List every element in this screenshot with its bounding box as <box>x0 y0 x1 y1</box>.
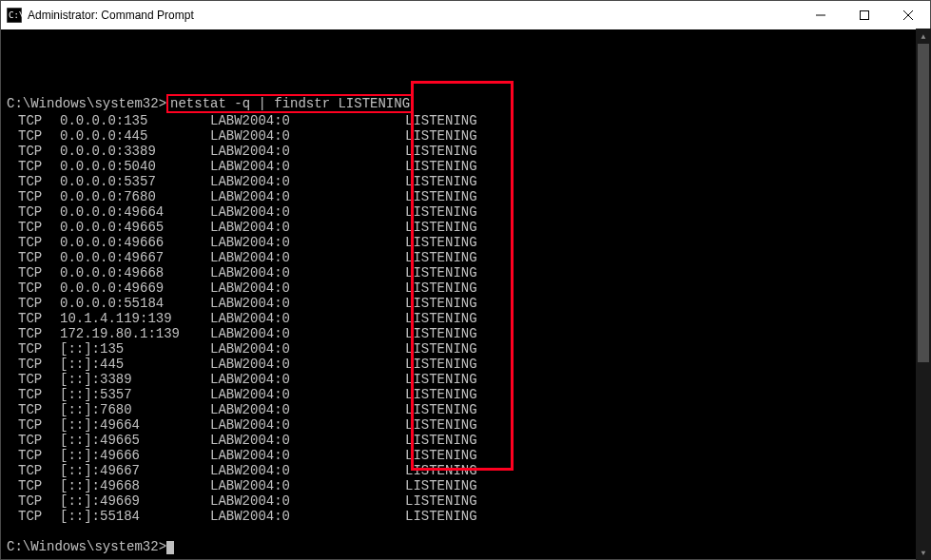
scrollbar-thumb[interactable] <box>918 44 929 362</box>
minimize-button[interactable] <box>799 1 843 29</box>
output-row: TCP0.0.0.0:445LABW2004:0LISTENING <box>7 128 924 144</box>
col-proto: TCP <box>7 493 60 509</box>
col-local: 0.0.0.0:49664 <box>60 204 210 220</box>
col-foreign: LABW2004:0 <box>210 189 405 204</box>
col-state: LISTENING <box>405 326 477 341</box>
output-row: TCP[::]:49666LABW2004:0LISTENING <box>7 448 924 463</box>
output-row: TCP0.0.0.0:135LABW2004:0LISTENING <box>7 113 924 128</box>
col-foreign: LABW2004:0 <box>210 326 405 341</box>
cmd-window: C:\ Administrator: Command Prompt C:\Win… <box>0 0 931 560</box>
output-row: TCP0.0.0.0:49668LABW2004:0LISTENING <box>7 265 924 280</box>
output-row: TCP[::]:5357LABW2004:0LISTENING <box>7 387 924 402</box>
col-state: LISTENING <box>405 159 477 174</box>
output-row: TCP0.0.0.0:3389LABW2004:0LISTENING <box>7 144 924 159</box>
col-proto: TCP <box>7 220 60 235</box>
col-proto: TCP <box>7 250 60 265</box>
col-foreign: LABW2004:0 <box>210 478 405 493</box>
col-proto: TCP <box>7 372 60 387</box>
col-state: LISTENING <box>405 250 477 265</box>
col-state: LISTENING <box>405 220 477 235</box>
col-proto: TCP <box>7 387 60 402</box>
col-local: [::]:49667 <box>60 463 210 478</box>
svg-rect-3 <box>861 11 869 20</box>
window-controls <box>799 1 930 29</box>
col-local: [::]:49666 <box>60 448 210 463</box>
col-state: LISTENING <box>405 357 477 372</box>
col-local: [::]:49664 <box>60 417 210 433</box>
col-local: [::]:49665 <box>60 433 210 448</box>
maximize-button[interactable] <box>843 1 886 29</box>
col-foreign: LABW2004:0 <box>210 113 405 128</box>
col-state: LISTENING <box>405 128 477 144</box>
col-foreign: LABW2004:0 <box>210 204 405 220</box>
col-state: LISTENING <box>405 402 477 417</box>
col-local: 0.0.0.0:7680 <box>60 189 210 204</box>
col-local: [::]:3389 <box>60 372 210 387</box>
col-proto: TCP <box>7 144 60 159</box>
col-foreign: LABW2004:0 <box>210 296 405 311</box>
output-row: TCP10.1.4.119:139LABW2004:0LISTENING <box>7 311 924 326</box>
output-row: TCP0.0.0.0:49669LABW2004:0LISTENING <box>7 280 924 296</box>
col-state: LISTENING <box>405 417 477 433</box>
col-proto: TCP <box>7 341 60 357</box>
col-foreign: LABW2004:0 <box>210 357 405 372</box>
col-proto: TCP <box>7 478 60 493</box>
scroll-down-icon[interactable]: ▼ <box>916 545 931 560</box>
col-state: LISTENING <box>405 341 477 357</box>
col-local: [::]:49669 <box>60 493 210 509</box>
col-local: 0.0.0.0:49665 <box>60 220 210 235</box>
col-foreign: LABW2004:0 <box>210 128 405 144</box>
col-foreign: LABW2004:0 <box>210 402 405 417</box>
col-state: LISTENING <box>405 296 477 311</box>
col-proto: TCP <box>7 265 60 280</box>
prompt-line-2: C:\Windows\system32> <box>7 539 924 554</box>
scroll-up-icon[interactable]: ▲ <box>916 29 931 44</box>
output-row: TCP[::]:49668LABW2004:0LISTENING <box>7 478 924 493</box>
output-row: TCP[::]:445LABW2004:0LISTENING <box>7 357 924 372</box>
col-proto: TCP <box>7 402 60 417</box>
output-row: TCP[::]:49665LABW2004:0LISTENING <box>7 433 924 448</box>
col-proto: TCP <box>7 296 60 311</box>
col-foreign: LABW2004:0 <box>210 463 405 478</box>
col-foreign: LABW2004:0 <box>210 250 405 265</box>
output-row: TCP0.0.0.0:49665LABW2004:0LISTENING <box>7 220 924 235</box>
col-proto: TCP <box>7 448 60 463</box>
command-highlight: netstat -q | findstr LISTENING <box>166 94 414 113</box>
col-proto: TCP <box>7 204 60 220</box>
output-rows: TCP0.0.0.0:135LABW2004:0LISTENINGTCP0.0.… <box>7 113 924 524</box>
col-foreign: LABW2004:0 <box>210 220 405 235</box>
output-row: TCP[::]:3389LABW2004:0LISTENING <box>7 372 924 387</box>
output-row: TCP0.0.0.0:5040LABW2004:0LISTENING <box>7 159 924 174</box>
col-local: 10.1.4.119:139 <box>60 311 210 326</box>
col-local: 0.0.0.0:49668 <box>60 265 210 280</box>
col-state: LISTENING <box>405 478 477 493</box>
col-state: LISTENING <box>405 189 477 204</box>
output-row: TCP0.0.0.0:49667LABW2004:0LISTENING <box>7 250 924 265</box>
terminal-area[interactable]: C:\Windows\system32>netstat -q | findstr… <box>1 29 930 559</box>
col-foreign: LABW2004:0 <box>210 493 405 509</box>
col-local: 0.0.0.0:5357 <box>60 174 210 189</box>
scrollbar[interactable]: ▲ ▼ <box>916 29 931 560</box>
col-state: LISTENING <box>405 509 477 524</box>
col-local: [::]:55184 <box>60 509 210 524</box>
col-local: 0.0.0.0:135 <box>60 113 210 128</box>
col-proto: TCP <box>7 509 60 524</box>
close-button[interactable] <box>886 1 930 29</box>
output-row: TCP0.0.0.0:5357LABW2004:0LISTENING <box>7 174 924 189</box>
col-foreign: LABW2004:0 <box>210 174 405 189</box>
col-foreign: LABW2004:0 <box>210 311 405 326</box>
col-foreign: LABW2004:0 <box>210 265 405 280</box>
col-state: LISTENING <box>405 235 477 250</box>
col-proto: TCP <box>7 463 60 478</box>
col-foreign: LABW2004:0 <box>210 448 405 463</box>
col-proto: TCP <box>7 433 60 448</box>
col-proto: TCP <box>7 189 60 204</box>
cursor <box>166 541 174 554</box>
col-proto: TCP <box>7 128 60 144</box>
output-row: TCP0.0.0.0:49664LABW2004:0LISTENING <box>7 204 924 220</box>
col-state: LISTENING <box>405 433 477 448</box>
titlebar[interactable]: C:\ Administrator: Command Prompt <box>1 1 930 29</box>
col-state: LISTENING <box>405 113 477 128</box>
col-state: LISTENING <box>405 311 477 326</box>
col-proto: TCP <box>7 174 60 189</box>
